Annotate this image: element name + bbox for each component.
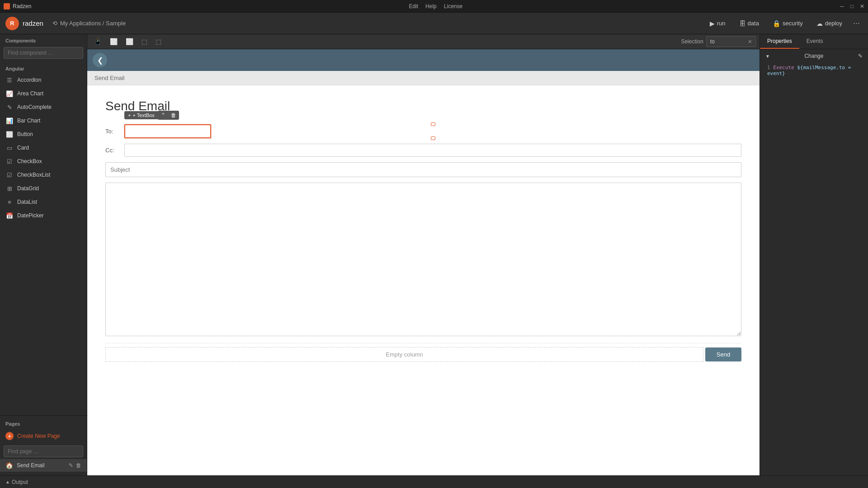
more-button[interactable]: ··· [850,19,863,28]
plus-icon: + [128,113,131,118]
component-list: ☰ Accordion 📈 Area Chart ✎ AutoComplete … [0,73,87,415]
device-desktop-sm-button[interactable]: ⬚ [138,36,151,47]
to-input[interactable] [124,124,211,138]
component-label: Bar Chart [17,117,40,124]
page-edit-icon[interactable]: ✎ [69,462,73,469]
section-edit-icon[interactable]: ✎ [858,53,863,59]
component-item-checkboxlist[interactable]: ☑ CheckBoxList [0,168,87,182]
maximize-button[interactable]: □ [850,3,854,9]
pages-title: Pages [0,419,87,428]
device-tablet-sm-button[interactable]: ⬜ [107,36,121,47]
output-label[interactable]: ▲ Output [5,479,28,485]
component-search-box [4,47,83,59]
to-field-row: To: + + TextBox ⌃ 🗑 [105,124,741,138]
security-icon: 🔒 [773,20,780,27]
create-new-page-button[interactable]: + Create New Page [0,428,87,444]
breadcrumb-text[interactable]: My Applications / Sample [60,20,126,27]
button-icon: ⬜ [5,130,14,138]
back-chevron-icon: ❮ [97,56,103,65]
textbox-tooltip-label: + + TextBox [124,111,158,119]
breadcrumb: ⟲ My Applications / Sample [52,20,126,27]
change-section-header[interactable]: ▼ Change ✎ [760,49,868,63]
menu-help[interactable]: Help [425,3,437,9]
find-page-input-wrapper [4,446,83,457]
autocomplete-icon: ✎ [5,103,14,111]
device-mobile-button[interactable]: 📱 [91,36,105,47]
component-item-card[interactable]: ▭ Card [0,141,87,155]
window-controls: ─ □ ✕ [840,3,864,9]
card-icon: ▭ [5,144,14,152]
component-label: Card [17,145,29,151]
device-desktop-button[interactable]: ⬚ [152,36,165,47]
close-button[interactable]: ✕ [860,3,864,9]
component-item-bar-chart[interactable]: 📊 Bar Chart [0,114,87,127]
resize-handle-top[interactable] [431,122,435,126]
page-item-send-email[interactable]: 🏠 Send Email ✎ 🗑 [0,459,87,472]
cc-label: Cc: [105,147,119,154]
toolbar-strip: 📱 ⬜ ⬜ ⬚ ⬚ Selection × [87,34,760,49]
find-page-input[interactable] [4,446,83,457]
device-tablet-button[interactable]: ⬜ [123,36,137,47]
run-label: run [717,20,726,27]
component-label: DatePicker [17,212,44,219]
brand: R radzen [5,17,43,30]
empty-column-button[interactable]: Empty column [105,347,703,362]
datagrid-icon: ⊞ [5,184,14,192]
brand-name: radzen [23,19,43,27]
component-item-autocomplete[interactable]: ✎ AutoComplete [0,100,87,114]
send-button[interactable]: Send [705,347,741,361]
to-label: To: [105,128,119,135]
nav-actions: ▶ run 🗄 data 🔒 security ☁ deploy ··· [704,18,863,29]
selection-clear-button[interactable]: × [748,38,752,45]
canvas-top-bar: ❮ [87,49,760,71]
minimize-button[interactable]: ─ [840,3,844,9]
resize-handle-bottom[interactable] [431,136,435,140]
page-breadcrumb: Send Email [87,71,760,85]
textbox-tooltip: + + TextBox ⌃ 🗑 [124,111,179,120]
pages-section: Pages + Create New Page 🏠 Send Email ✎ 🗑 [0,415,87,475]
component-label: Area Chart [17,90,43,97]
tab-events[interactable]: Events [799,34,830,49]
app-logo-icon [4,3,10,9]
textbox-up-button[interactable]: ⌃ [158,111,168,120]
accordion-icon: ☰ [5,76,14,84]
title-bar: Radzen Edit Help License ─ □ ✕ [0,0,868,13]
app-name: Radzen [4,3,31,9]
component-item-checkbox[interactable]: ☑ CheckBox [0,155,87,168]
component-search-input[interactable] [4,47,83,59]
menu-edit[interactable]: Edit [409,3,418,9]
code-line-number: 1 [767,65,773,70]
deploy-label: deploy [825,20,842,27]
textbox-label: + TextBox [132,113,154,118]
form-bottom-row: Empty column Send [105,343,741,362]
security-button[interactable]: 🔒 security [767,18,808,29]
textbox-delete-button[interactable]: 🗑 [168,111,179,120]
component-item-area-chart[interactable]: 📈 Area Chart [0,87,87,100]
selection-input[interactable] [710,38,746,45]
component-item-datepicker[interactable]: 📅 DatePicker [0,209,87,222]
run-button[interactable]: ▶ run [704,18,731,29]
components-section-title: Components [0,34,87,45]
component-item-datalist[interactable]: ≡ DataList [0,195,87,209]
datepicker-icon: 📅 [5,211,14,220]
data-button[interactable]: 🗄 data [734,18,764,29]
component-label: Button [17,131,33,137]
menu-license[interactable]: License [444,3,462,9]
tab-properties[interactable]: Properties [760,34,799,49]
body-textarea[interactable] [105,183,741,336]
checkbox-icon: ☑ [5,157,14,165]
create-page-label: Create New Page [17,433,60,439]
component-item-button[interactable]: ⬜ Button [0,127,87,141]
email-form-container: Send Email To: + + TextBox ⌃ [87,85,760,475]
subject-input[interactable] [105,162,741,177]
section-collapse-icon: ▼ [765,54,770,59]
plus-icon: + [5,432,14,440]
selection-label: Selection [681,38,703,45]
menu-bar: Edit Help License [409,3,462,9]
canvas-back-button[interactable]: ❮ [93,53,107,67]
cc-input[interactable] [124,144,741,157]
deploy-button[interactable]: ☁ deploy [811,18,848,29]
component-item-accordion[interactable]: ☰ Accordion [0,73,87,87]
page-delete-icon[interactable]: 🗑 [76,462,81,469]
component-item-datagrid[interactable]: ⊞ DataGrid [0,182,87,195]
